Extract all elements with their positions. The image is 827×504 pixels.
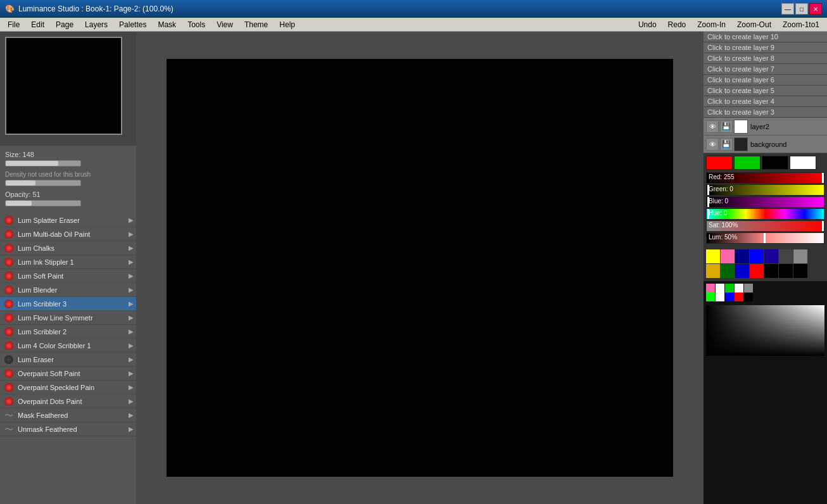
- opacity-slider[interactable]: [5, 200, 81, 206]
- brush-item-7[interactable]: Lum Flow Line Symmetr▶: [0, 311, 136, 325]
- close-button[interactable]: ✕: [809, 3, 822, 15]
- menu-page[interactable]: Page: [51, 19, 79, 30]
- mini-swatch-0-1[interactable]: [716, 284, 724, 293]
- brush-item-2[interactable]: Lum Chalks▶: [0, 241, 136, 255]
- create-layer-btn-2[interactable]: Click to create layer 8: [704, 53, 827, 64]
- color-slider-lum[interactable]: Lum: 50%: [706, 232, 824, 244]
- mini-swatch-1-0[interactable]: [706, 293, 715, 301]
- mini-swatch-0-4[interactable]: [744, 284, 753, 293]
- mini-swatch-1-3[interactable]: [735, 293, 743, 301]
- color-slider-red[interactable]: Red: 255: [706, 172, 824, 184]
- palette-color-1-0[interactable]: [706, 264, 720, 278]
- app-title: Luminance Studio : Book-1: Page-2: (100.…: [18, 4, 174, 13]
- color-swatch-2[interactable]: [762, 156, 788, 170]
- brush-item-12[interactable]: Overpaint Speckled Pain▶: [0, 381, 136, 394]
- color-swatch-3[interactable]: [790, 156, 816, 170]
- palette-color-1-2[interactable]: [735, 264, 749, 278]
- brush-icon: [3, 313, 15, 323]
- menu-tools[interactable]: Tools: [182, 19, 210, 30]
- action-zoom-1to1[interactable]: Zoom-1to1: [778, 19, 824, 30]
- brush-item-14[interactable]: 〜Mask Feathered▶: [0, 408, 136, 422]
- palette-color-1-6[interactable]: [793, 264, 807, 278]
- main-canvas[interactable]: [167, 59, 673, 477]
- layer-row-1[interactable]: 👁💾background: [704, 135, 827, 153]
- brush-item-5[interactable]: Lum Blender▶: [0, 283, 136, 297]
- color-slider-blue[interactable]: Blue: 0: [706, 196, 824, 208]
- create-layer-btn-7[interactable]: Click to create layer 3: [704, 107, 827, 118]
- right-panel: Click to create layer 10Click to create …: [704, 32, 827, 504]
- gradient-picker[interactable]: [706, 305, 824, 501]
- layer-save-btn[interactable]: 💾: [720, 138, 733, 151]
- brush-item-9[interactable]: Lum 4 Color Scribbler 1▶: [0, 339, 136, 353]
- brush-item-6[interactable]: Lum Scribbler 3▶: [0, 297, 136, 311]
- brush-item-11[interactable]: Overpaint Soft Paint▶: [0, 367, 136, 381]
- create-layer-btn-0[interactable]: Click to create layer 10: [704, 32, 827, 42]
- color-slider-green[interactable]: Green: 0: [706, 184, 824, 196]
- menu-help[interactable]: Help: [274, 19, 300, 30]
- action-zoom-out[interactable]: Zoom-Out: [732, 19, 776, 30]
- mini-swatch-0-2[interactable]: [725, 284, 734, 293]
- palette-color-1-3[interactable]: [750, 264, 764, 278]
- maximize-button[interactable]: □: [795, 3, 808, 15]
- action-redo[interactable]: Redo: [663, 19, 691, 30]
- create-layer-btn-1[interactable]: Click to create layer 9: [704, 42, 827, 53]
- palette-color-1-5[interactable]: [779, 264, 793, 278]
- create-layer-btn-4[interactable]: Click to create layer 6: [704, 75, 827, 85]
- palette-color-0-4[interactable]: [764, 249, 778, 263]
- palette-color-0-1[interactable]: [721, 249, 735, 263]
- brush-item-10[interactable]: Lum Eraser▶: [0, 353, 136, 367]
- size-slider[interactable]: [5, 160, 81, 167]
- brush-item-0[interactable]: Lum Splatter Eraser▶: [0, 213, 136, 227]
- canvas-preview: [5, 37, 122, 135]
- brush-item-3[interactable]: Lum Ink Stippler 1▶: [0, 255, 136, 269]
- palette-rows: [706, 249, 824, 278]
- canvas-area[interactable]: [136, 32, 704, 504]
- action-undo[interactable]: Undo: [633, 19, 662, 30]
- palette-color-0-3[interactable]: [750, 249, 764, 263]
- brush-name: Lum Ink Stippler 1: [18, 258, 126, 266]
- menubar: File Edit Page Layers Palettes Mask Tool…: [0, 18, 827, 32]
- brush-list: Lum Splatter Eraser▶Lum Multi-dab Oil Pa…: [0, 213, 136, 504]
- mini-swatch-1-4[interactable]: [744, 293, 753, 301]
- palette-color-0-5[interactable]: [779, 249, 793, 263]
- mini-swatch-1-2[interactable]: [725, 293, 734, 301]
- menu-mask[interactable]: Mask: [153, 19, 181, 30]
- brush-item-15[interactable]: 〜Unmask Feathered▶: [0, 422, 136, 436]
- mini-swatch-0-0[interactable]: [706, 284, 715, 293]
- menu-file[interactable]: File: [3, 19, 25, 30]
- layer-create-buttons: Click to create layer 10Click to create …: [704, 32, 827, 118]
- brush-item-8[interactable]: Lum Scribbler 2▶: [0, 325, 136, 339]
- menu-edit[interactable]: Edit: [26, 19, 49, 30]
- density-note: Density not used for this brush: [5, 171, 131, 178]
- mini-swatch-1-1[interactable]: [716, 293, 724, 301]
- brush-name: Overpaint Speckled Pain: [18, 384, 126, 391]
- create-layer-btn-3[interactable]: Click to create layer 7: [704, 64, 827, 75]
- brush-item-1[interactable]: Lum Multi-dab Oil Paint▶: [0, 227, 136, 241]
- create-layer-btn-5[interactable]: Click to create layer 5: [704, 85, 827, 96]
- menu-layers[interactable]: Layers: [80, 19, 113, 30]
- color-slider-sat[interactable]: Sat: 100%: [706, 220, 824, 232]
- palette-color-0-2[interactable]: [735, 249, 749, 263]
- brush-item-13[interactable]: Overpaint Dots Paint▶: [0, 394, 136, 408]
- color-swatch-1[interactable]: [734, 156, 761, 170]
- menu-theme[interactable]: Theme: [239, 19, 273, 30]
- mini-swatch-0-3[interactable]: [735, 284, 743, 293]
- minimize-button[interactable]: —: [781, 3, 794, 15]
- action-zoom-in[interactable]: Zoom-In: [692, 19, 731, 30]
- density-slider[interactable]: [5, 180, 81, 186]
- color-slider-hue[interactable]: Hue: 0: [706, 208, 824, 220]
- gradient-box[interactable]: [706, 305, 824, 356]
- layer-save-btn[interactable]: 💾: [720, 120, 733, 133]
- palette-color-1-4[interactable]: [764, 264, 778, 278]
- layer-row-0[interactable]: 👁💾layer2: [704, 118, 827, 135]
- menu-palettes[interactable]: Palettes: [114, 19, 151, 30]
- layer-visibility-btn[interactable]: 👁: [706, 120, 719, 133]
- color-swatch-0[interactable]: [706, 156, 733, 170]
- palette-color-0-0[interactable]: [706, 249, 720, 263]
- palette-color-1-1[interactable]: [721, 264, 735, 278]
- brush-item-4[interactable]: Lum Soft Paint▶: [0, 269, 136, 283]
- create-layer-btn-6[interactable]: Click to create layer 4: [704, 96, 827, 107]
- menu-view[interactable]: View: [211, 19, 238, 30]
- palette-color-0-6[interactable]: [793, 249, 807, 263]
- layer-visibility-btn[interactable]: 👁: [706, 138, 719, 151]
